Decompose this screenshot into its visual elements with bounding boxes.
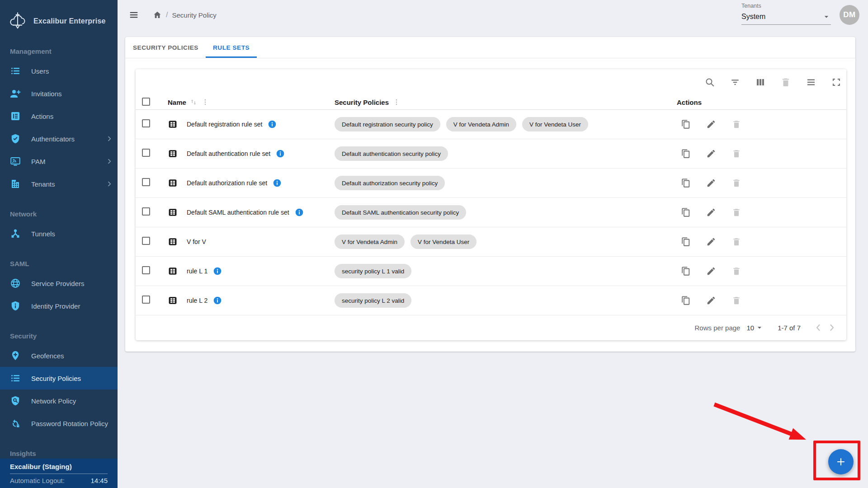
- delete-button[interactable]: [731, 296, 741, 305]
- copy-button[interactable]: [681, 207, 691, 217]
- sidebar-item-tunnels[interactable]: Tunnels: [0, 222, 118, 245]
- main-card: SECURITY POLICIESRULE SETS Name Security: [125, 37, 855, 352]
- shield-search-icon: [10, 395, 21, 406]
- row-checkbox[interactable]: [142, 149, 150, 157]
- info-icon[interactable]: [276, 149, 285, 158]
- rule-sets-table-card: Name Security Policies Actions Default r…: [136, 69, 846, 340]
- column-header-policies: Security Policies: [335, 99, 389, 106]
- tab-security-policies[interactable]: SECURITY POLICIES: [126, 37, 206, 58]
- copy-button[interactable]: [681, 149, 691, 159]
- rule-set-icon: [168, 266, 178, 276]
- rule-set-name: rule L 1: [187, 267, 208, 275]
- sidebar-item-geofences[interactable]: Geofences: [0, 344, 118, 367]
- globe-icon: [10, 278, 21, 289]
- delete-button[interactable]: [731, 119, 741, 129]
- density-button[interactable]: [806, 77, 816, 88]
- edit-button[interactable]: [706, 119, 716, 129]
- row-checkbox[interactable]: [142, 119, 150, 127]
- copy-button[interactable]: [681, 178, 691, 188]
- environment-label: Excalibur (Staging): [10, 463, 108, 470]
- edit-button[interactable]: [706, 178, 716, 188]
- sidebar-item-authenticators[interactable]: Authenticators: [0, 127, 118, 150]
- list-icon: [10, 66, 21, 76]
- search-button[interactable]: [704, 77, 715, 88]
- filter-button[interactable]: [730, 77, 741, 88]
- sidebar-item-tenants[interactable]: Tenants: [0, 173, 118, 195]
- row-checkbox[interactable]: [142, 178, 150, 186]
- edit-button[interactable]: [706, 207, 716, 217]
- breadcrumb-current: Security Policy: [172, 11, 216, 19]
- table-row: Default authorization rule setDefault au…: [136, 169, 846, 198]
- copy-button[interactable]: [681, 296, 691, 305]
- sidebar-section-network: Network: [0, 210, 118, 219]
- fullscreen-button[interactable]: [831, 77, 842, 88]
- info-icon[interactable]: [273, 178, 282, 188]
- policies-cell: security policy L 1 valid: [335, 264, 677, 278]
- rule-set-icon: [168, 296, 178, 305]
- previous-page-button[interactable]: [813, 322, 824, 333]
- info-icon[interactable]: [213, 296, 222, 305]
- rule-set-icon: [168, 207, 178, 217]
- delete-button[interactable]: [731, 178, 741, 188]
- rule-set-name: Default registration rule set: [187, 121, 262, 128]
- annotation-highlight-box: [813, 441, 860, 480]
- edit-button[interactable]: [706, 149, 716, 159]
- column-menu-icon[interactable]: [392, 98, 401, 106]
- info-icon[interactable]: [268, 120, 277, 129]
- sidebar-item-service-providers[interactable]: Service Providers: [0, 272, 118, 295]
- sidebar-item-network-policy[interactable]: Network Policy: [0, 389, 118, 412]
- delete-button[interactable]: [731, 149, 741, 159]
- info-icon[interactable]: [213, 267, 222, 276]
- sidebar-item-security-policies[interactable]: Security Policies: [0, 367, 118, 389]
- select-all-checkbox[interactable]: [142, 98, 150, 106]
- home-icon[interactable]: [153, 10, 162, 19]
- edit-button[interactable]: [706, 266, 716, 276]
- auto-logout-value: 14:45: [90, 477, 108, 484]
- annotation-arrow: [703, 395, 830, 454]
- row-checkbox[interactable]: [142, 296, 150, 304]
- policies-cell: security policy L 2 valid: [335, 293, 677, 308]
- menu-icon[interactable]: [129, 10, 139, 20]
- row-checkbox[interactable]: [142, 266, 150, 274]
- footer-divider: [10, 474, 108, 474]
- delete-button[interactable]: [731, 207, 741, 217]
- caret-down-icon[interactable]: [755, 323, 764, 332]
- rotate-lock-icon: [10, 418, 21, 429]
- columns-button[interactable]: [755, 77, 766, 88]
- next-page-button[interactable]: [826, 322, 837, 333]
- delete-button[interactable]: [731, 237, 741, 247]
- copy-button[interactable]: [681, 237, 691, 247]
- policy-chip: V for Vendeta Admin: [335, 235, 405, 249]
- info-icon[interactable]: [295, 208, 304, 217]
- sidebar-item-password-rotation-policy[interactable]: Password Rotation Policy: [0, 412, 118, 435]
- table-toolbar: [136, 69, 846, 95]
- screen-share-icon: [10, 156, 21, 167]
- tab-rule-sets[interactable]: RULE SETS: [206, 37, 257, 58]
- sidebar-item-pam[interactable]: PAM: [0, 150, 118, 173]
- policies-cell: Default SAML authentication security pol…: [335, 205, 677, 220]
- edit-button[interactable]: [706, 237, 716, 247]
- policy-chip: V for Vendeta User: [410, 235, 476, 249]
- column-menu-icon[interactable]: [201, 98, 209, 106]
- tenant-select[interactable]: Tenants System: [741, 3, 831, 25]
- policy-chip: Default authorization security policy: [335, 176, 445, 190]
- rows-per-page-select[interactable]: 10: [746, 324, 754, 332]
- copy-button[interactable]: [681, 119, 691, 129]
- sidebar-item-actions[interactable]: Actions: [0, 105, 118, 127]
- rule-set-icon: [168, 178, 178, 188]
- sidebar-item-users[interactable]: Users: [0, 60, 118, 82]
- avatar[interactable]: DM: [840, 5, 859, 25]
- rule-set-name: rule L 2: [187, 297, 208, 304]
- copy-button[interactable]: [681, 266, 691, 276]
- policies-cell: V for Vendeta AdminV for Vendeta User: [335, 235, 677, 249]
- table-row: Default SAML authentication rule setDefa…: [136, 198, 846, 227]
- edit-button[interactable]: [706, 296, 716, 305]
- delete-button[interactable]: [731, 266, 741, 276]
- sidebar-item-invitations[interactable]: Invitations: [0, 82, 118, 105]
- row-checkbox[interactable]: [142, 207, 150, 216]
- delete-selected-button[interactable]: [780, 77, 791, 88]
- sidebar-item-identity-provider[interactable]: Identity Provider: [0, 295, 118, 317]
- row-checkbox[interactable]: [142, 237, 150, 245]
- sort-icon[interactable]: [189, 98, 198, 106]
- sidebar-section-security: Security: [0, 332, 118, 341]
